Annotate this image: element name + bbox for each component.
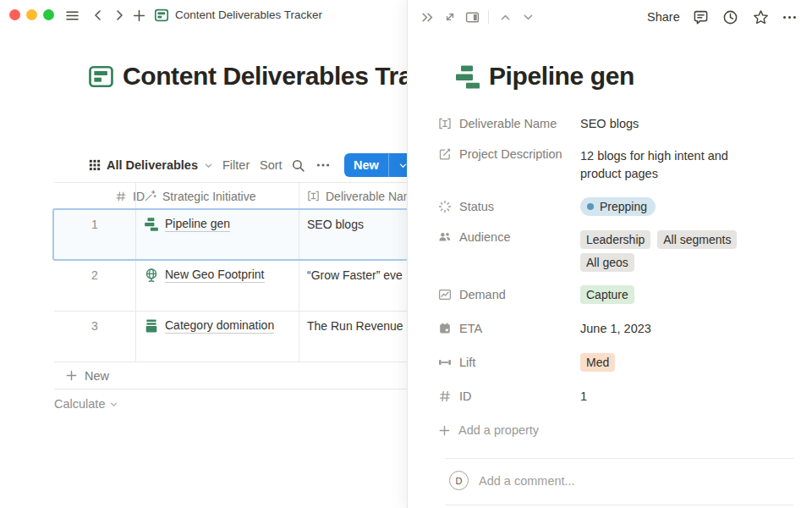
favorite-star-icon[interactable] — [751, 8, 770, 26]
column-header-id[interactable]: ID — [115, 183, 145, 209]
cell-strategic-initiative[interactable]: New Geo Footprint — [144, 268, 265, 283]
cell-id[interactable]: 2 — [54, 268, 135, 282]
page-title[interactable]: Content Deliverables Tracker — [123, 62, 407, 91]
hash-icon — [438, 389, 452, 403]
cell-id[interactable]: 1 — [54, 218, 135, 231]
property-row-audience[interactable]: Audience Leadership All segments All geo… — [438, 224, 793, 278]
minimize-window-button[interactable] — [26, 9, 37, 20]
close-peek-icon[interactable] — [418, 8, 436, 26]
back-icon[interactable] — [91, 8, 105, 22]
property-row-status[interactable]: Status Prepping — [438, 190, 793, 224]
comment-input[interactable]: Add a comment... — [479, 474, 575, 488]
cell-strategic-initiative[interactable]: Pipeline gen — [144, 217, 230, 232]
pipeline-icon[interactable] — [454, 64, 481, 91]
property-label[interactable]: Status — [438, 200, 580, 213]
page-more-icon[interactable] — [780, 8, 798, 26]
property-label[interactable]: Deliverable Name — [438, 117, 580, 130]
column-header-deliverable-name[interactable]: Deliverable Name — [307, 183, 407, 209]
next-record-icon[interactable] — [518, 8, 537, 26]
new-button-label: New — [344, 158, 388, 172]
property-label[interactable]: ID — [438, 389, 580, 403]
property-value[interactable]: Med — [580, 353, 615, 372]
edit-icon — [438, 147, 452, 161]
close-window-button[interactable] — [9, 9, 20, 20]
calendar-icon — [438, 322, 452, 335]
share-button[interactable]: Share — [647, 8, 680, 26]
status-icon — [438, 200, 452, 213]
property-label[interactable]: ETA — [438, 322, 580, 335]
property-row-eta[interactable]: ETA June 1, 2023 — [438, 312, 793, 345]
cell-deliverable-name[interactable]: The Run Revenue S — [307, 319, 407, 333]
new-button-dropdown[interactable] — [389, 161, 407, 170]
page-link[interactable]: New Geo Footprint — [165, 268, 265, 283]
view-name: All Deliverables — [107, 158, 198, 172]
search-icon[interactable] — [291, 153, 305, 177]
property-row-project-description[interactable]: Project Description 12 blogs for high in… — [438, 141, 793, 190]
comment-divider — [445, 505, 793, 505]
audience-tag[interactable]: Leadership — [580, 230, 650, 249]
cell-id[interactable]: 3 — [54, 319, 135, 333]
status-pill[interactable]: Prepping — [580, 197, 656, 216]
more-options-icon[interactable] — [315, 153, 331, 177]
property-label[interactable]: Project Description — [438, 141, 580, 161]
app-window: Content Deliverables Tracker Content Del… — [0, 0, 812, 508]
property-row-lift[interactable]: Lift Med — [438, 345, 793, 379]
cabinet-icon — [144, 318, 159, 334]
property-value[interactable]: SEO blogs — [580, 115, 639, 133]
calculate-button[interactable]: Calculate — [54, 389, 407, 419]
add-row-button[interactable]: New — [54, 362, 407, 389]
window-title: Content Deliverables Tracker — [175, 8, 322, 21]
new-tab-icon[interactable] — [132, 8, 146, 23]
property-label[interactable]: Lift — [438, 356, 580, 369]
database-icon[interactable] — [88, 64, 114, 90]
property-row-id[interactable]: ID 1 — [438, 379, 793, 413]
sidebar-toggle-icon[interactable] — [65, 8, 80, 23]
property-list: Deliverable Name SEO blogs Project Descr… — [438, 107, 793, 447]
forward-icon[interactable] — [112, 8, 126, 22]
audience-tag[interactable]: All segments — [657, 230, 737, 249]
avatar: D — [449, 471, 469, 490]
property-value[interactable]: 1 — [580, 388, 587, 406]
page-link[interactable]: Category domination — [165, 318, 274, 334]
side-peek-mode-icon[interactable] — [463, 8, 481, 26]
add-property-button[interactable]: Add a property — [438, 413, 793, 447]
property-label[interactable]: Audience — [438, 224, 580, 244]
property-value[interactable]: Leadership All segments All geos — [580, 224, 758, 272]
peek-page-title[interactable]: Pipeline gen — [489, 62, 634, 91]
property-row-deliverable-name[interactable]: Deliverable Name SEO blogs — [438, 107, 793, 141]
header-divider — [488, 10, 489, 24]
property-value[interactable]: June 1, 2023 — [580, 320, 651, 338]
expand-page-icon[interactable] — [441, 8, 459, 26]
audience-tag[interactable]: All geos — [580, 253, 634, 272]
side-peek-panel: Share Pipeline gen Deliverable N — [407, 0, 812, 508]
property-value[interactable]: 12 blogs for high intent and product pag… — [580, 141, 758, 183]
dumbbell-icon — [438, 356, 452, 369]
previous-record-icon[interactable] — [496, 8, 514, 26]
zoom-window-button[interactable] — [43, 9, 54, 20]
new-record-button[interactable]: New — [344, 153, 407, 177]
cell-deliverable-name[interactable]: “Grow Faster” eve — [307, 268, 403, 282]
wand-icon — [144, 190, 156, 202]
column-header-strategic-initiative[interactable]: Strategic Initiative — [144, 183, 256, 209]
filter-button[interactable]: Filter — [222, 153, 250, 177]
comment-divider — [445, 458, 793, 459]
lift-tag[interactable]: Med — [580, 353, 615, 372]
globe-icon — [144, 268, 159, 283]
property-label[interactable]: Demand — [438, 288, 580, 301]
page-link[interactable]: Pipeline gen — [165, 217, 230, 232]
chart-icon — [438, 288, 452, 301]
cell-strategic-initiative[interactable]: Category domination — [144, 318, 274, 334]
table-border — [54, 311, 407, 312]
property-value[interactable]: Capture — [580, 285, 634, 304]
history-icon[interactable] — [721, 8, 739, 26]
plus-icon — [65, 369, 78, 382]
add-property-label: Add a property — [438, 423, 580, 437]
sort-button[interactable]: Sort — [260, 153, 283, 177]
property-row-demand[interactable]: Demand Capture — [438, 278, 793, 312]
comments-icon[interactable] — [691, 8, 710, 26]
cell-deliverable-name[interactable]: SEO blogs — [307, 218, 364, 231]
view-tab-all-deliverables[interactable]: All Deliverables — [89, 153, 213, 177]
title-icon — [307, 190, 320, 202]
property-value[interactable]: Prepping — [580, 197, 656, 216]
demand-tag[interactable]: Capture — [580, 285, 634, 304]
